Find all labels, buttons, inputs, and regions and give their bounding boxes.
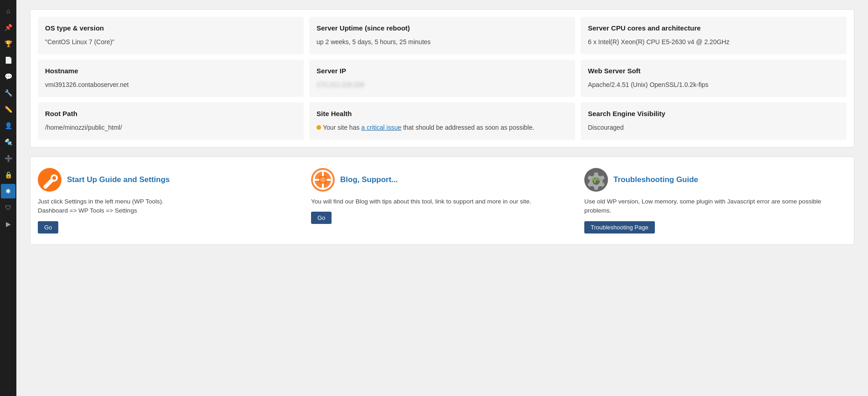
search-engine-visibility-label: Search Engine Visibility <box>588 110 839 117</box>
blog-guide-title: Blog, Support... <box>340 175 398 185</box>
server-uptime-card: Server Uptime (since reboot) up 2 weeks,… <box>309 17 575 54</box>
wrench-orange-icon <box>38 168 61 192</box>
os-type-value: "CentOS Linux 7 (Core)" <box>45 37 296 47</box>
server-cpu-card: Server CPU cores and architecture 6 x In… <box>581 17 847 54</box>
startup-guide-header: Start Up Guide and Settings <box>38 168 300 192</box>
sidebar-icon-active[interactable]: ✱ <box>1 184 15 198</box>
sidebar-icon-wrench[interactable]: 🔩 <box>1 135 15 149</box>
sidebar-icon-comment[interactable]: 💬 <box>1 69 15 84</box>
server-info-container: OS type & version "CentOS Linux 7 (Core)… <box>30 9 854 147</box>
server-cpu-label: Server CPU cores and architecture <box>588 24 839 32</box>
root-path-label: Root Path <box>45 110 296 117</box>
guides-container: Start Up Guide and Settings Just click S… <box>30 157 854 245</box>
sidebar-icon-plus[interactable]: ➕ <box>1 151 15 166</box>
startup-guide-button[interactable]: Go <box>38 221 58 234</box>
sidebar-icon-tool[interactable]: 🔧 <box>1 86 15 100</box>
troubleshooting-guide-title: Troubleshooting Guide <box>613 175 698 185</box>
search-engine-visibility-value: Discouraged <box>588 123 839 132</box>
sidebar-icon-lock[interactable]: 🔒 <box>1 168 15 182</box>
blog-guide-card: Blog, Support... You will find our Blog … <box>311 168 573 234</box>
server-cpu-value: 6 x Intel(R) Xeon(R) CPU E5-2630 v4 @ 2.… <box>588 37 839 47</box>
troubleshooting-guide-card: Troubleshooting Guide Use old WP version… <box>584 168 847 234</box>
sidebar-icon-pin[interactable]: 📌 <box>1 20 15 35</box>
sidebar-icon-play[interactable]: ▶ <box>1 217 15 231</box>
startup-guide-desc: Just click Settings in the left menu (WP… <box>38 197 300 216</box>
sidebar: ⌂ 📌 🏆 📄 💬 🔧 ✏️ 👤 🔩 ➕ 🔒 ✱ 🛡 ▶ <box>0 0 16 396</box>
web-server-soft-card: Web Server Soft Apache/2.4.51 (Unix) Ope… <box>581 60 847 97</box>
sidebar-icon-brush[interactable]: ✏️ <box>1 102 15 117</box>
lifebuoy-icon <box>311 168 335 192</box>
server-uptime-value: up 2 weeks, 5 days, 5 hours, 25 minutes <box>317 37 568 47</box>
sidebar-icon-home[interactable]: ⌂ <box>1 4 15 18</box>
startup-guide-card: Start Up Guide and Settings Just click S… <box>38 168 300 234</box>
site-health-card: Site Health Your site has a critical iss… <box>309 102 575 140</box>
startup-guide-title: Start Up Guide and Settings <box>67 175 170 185</box>
blog-guide-button[interactable]: Go <box>311 212 332 224</box>
troubleshooting-guide-desc: Use old WP version, Low memory, some plu… <box>584 197 847 216</box>
search-engine-visibility-card: Search Engine Visibility Discouraged <box>581 102 847 140</box>
gear-pulse-icon <box>584 168 608 192</box>
hostname-card: Hostname vmi391326.contaboserver.net <box>38 60 304 97</box>
server-ip-card: Server IP 173.212.229.226 <box>309 60 575 97</box>
svg-point-0 <box>38 168 61 192</box>
root-path-value: /home/minozzi/public_html/ <box>45 123 296 132</box>
os-type-label: OS type & version <box>45 24 296 32</box>
sidebar-icon-page[interactable]: 📄 <box>1 53 15 67</box>
hostname-label: Hostname <box>45 67 296 75</box>
server-ip-value: 173.212.229.226 <box>317 80 568 90</box>
site-health-label: Site Health <box>317 110 568 117</box>
troubleshooting-guide-button[interactable]: Troubleshooting Page <box>584 221 655 234</box>
critical-issue-link[interactable]: a critical issue <box>361 124 401 131</box>
server-info-grid: OS type & version "CentOS Linux 7 (Core)… <box>38 17 847 140</box>
root-path-card: Root Path /home/minozzi/public_html/ <box>38 102 304 140</box>
sidebar-icon-trophy[interactable]: 🏆 <box>1 36 15 51</box>
site-health-dot <box>317 125 321 130</box>
sidebar-icon-shield[interactable]: 🛡 <box>1 200 15 215</box>
troubleshooting-guide-header: Troubleshooting Guide <box>584 168 847 192</box>
guides-grid: Start Up Guide and Settings Just click S… <box>38 168 847 234</box>
web-server-soft-value: Apache/2.4.51 (Unix) OpenSSL/1.0.2k-fips <box>588 80 839 90</box>
main-content: OS type & version "CentOS Linux 7 (Core)… <box>16 0 868 396</box>
sidebar-icon-user[interactable]: 👤 <box>1 118 15 133</box>
web-server-soft-label: Web Server Soft <box>588 67 839 75</box>
blog-guide-desc: You will find our Blog with tips about t… <box>311 197 573 206</box>
blog-guide-header: Blog, Support... <box>311 168 573 192</box>
hostname-value: vmi391326.contaboserver.net <box>45 80 296 90</box>
os-type-card: OS type & version "CentOS Linux 7 (Core)… <box>38 17 304 54</box>
site-health-value: Your site has a critical issue that shou… <box>317 123 568 132</box>
server-ip-label: Server IP <box>317 67 568 75</box>
server-uptime-label: Server Uptime (since reboot) <box>317 24 568 32</box>
